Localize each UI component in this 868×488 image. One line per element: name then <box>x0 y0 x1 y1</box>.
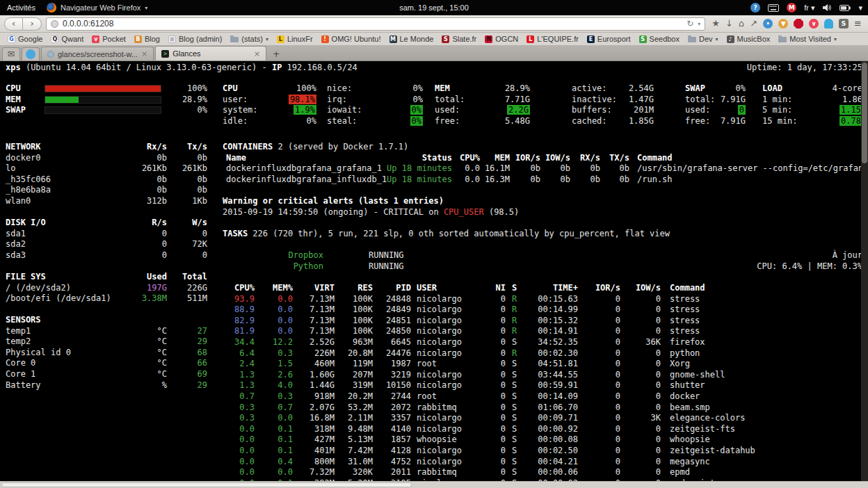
chevron-down-icon[interactable]: ▾ <box>858 3 862 13</box>
text: 82.9 <box>234 316 255 325</box>
process-cell: 2072 <box>376 402 411 414</box>
text: 00:15.63 <box>538 294 578 304</box>
volume-icon[interactable] <box>822 3 832 12</box>
process-cell: S <box>512 370 522 381</box>
help-icon[interactable]: ? <box>750 3 760 13</box>
bookmark-le-monde[interactable]: MLe Monde <box>386 34 437 44</box>
process-cell: 1987 <box>376 359 411 370</box>
bookmark-label: Blog (admin) <box>179 35 222 43</box>
text: 0 <box>501 467 506 477</box>
adblock-icon[interactable] <box>794 19 803 29</box>
process-cell: megasync <box>670 457 868 468</box>
load-stats-cell: 0.78 <box>821 116 862 127</box>
ghostery-icon[interactable] <box>824 19 833 29</box>
screenshot-icon[interactable]: • <box>763 19 773 29</box>
toolbar-icon-strip: ★↓⌂↗•▼∨S≡ <box>709 19 864 29</box>
process-cell: R <box>512 304 522 316</box>
clock[interactable]: sam. 19 sept., 15:00 <box>399 3 469 12</box>
process-cell: 24851 <box>376 316 411 327</box>
container-cell: 16.3M <box>481 174 510 186</box>
site-identity-icon[interactable] <box>51 20 58 28</box>
text-part: 2015-09-19 14:59:50 (ongoing) - CRITICAL… <box>223 207 444 217</box>
text: 2.4 <box>239 359 255 368</box>
bookmark-linuxfr[interactable]: LLinuxFr <box>273 34 316 44</box>
process-cell: 6645 <box>376 337 411 348</box>
text: Dropbox <box>288 250 323 260</box>
process-row: 81.90.07.13M100K24850nicolargo0R00:14.91… <box>0 326 868 337</box>
mega-icon[interactable]: M <box>787 3 796 13</box>
container-cell: dockerinfluxdbgrafana_influxdb_1 <box>226 174 389 186</box>
container-cell: 0b <box>600 174 629 186</box>
containers-title: CONTAINERS 2 (served by Docker 1.7.1) <box>0 142 868 153</box>
bookmark-ogcn[interactable]: NOGCN <box>481 34 522 44</box>
pinned-tab-2[interactable] <box>22 47 40 60</box>
process-cell: beam.smp <box>670 402 868 414</box>
text: 0 <box>616 326 620 336</box>
container-cell: Up 18 minutes <box>385 163 452 174</box>
text: 24476 <box>386 348 411 358</box>
vertical-scrollbar-thumb[interactable] <box>862 63 867 163</box>
text: nicolargo <box>417 294 462 304</box>
home-icon[interactable]: ⌂ <box>739 19 744 29</box>
app-menu[interactable]: Navigateur Web Firefox ▾ <box>47 3 147 13</box>
bookmark-pocket[interactable]: vPocket <box>88 34 129 44</box>
process-cell: 0 <box>623 391 661 402</box>
keyboard-icon[interactable] <box>768 4 779 12</box>
horizontal-scrollbar[interactable] <box>0 481 868 488</box>
text: 0b <box>531 163 540 173</box>
process-row: 2.41.5460M119M1987root0S04:51.8100Xorg <box>0 359 868 370</box>
bookmark-blog[interactable]: BBlog <box>131 34 163 44</box>
pinned-tab-1[interactable]: ✉ <box>2 47 20 60</box>
bookmark-google[interactable]: GGoogle <box>4 34 46 44</box>
text: 00:59.91 <box>538 380 578 390</box>
horizontal-scrollbar-thumb[interactable] <box>1 482 412 487</box>
pocket-icon[interactable]: ∨ <box>809 19 819 29</box>
bookmark-slate-fr[interactable]: SSlate.fr <box>438 34 480 44</box>
text: Xorg <box>670 359 690 368</box>
stylish-icon[interactable]: S <box>839 19 849 29</box>
tab-glances[interactable]: >Glances× <box>155 46 266 60</box>
text: 0 <box>656 348 661 358</box>
activities-button[interactable]: Activités <box>7 3 35 12</box>
bookmark-l-equipe-fr[interactable]: LL'EQUIPE.fr <box>523 34 582 44</box>
tab-glances-screenshot-w[interactable]: glances/screenshot-w...× <box>41 47 154 60</box>
battery-icon[interactable] <box>839 5 851 11</box>
bookmark-seedbox[interactable]: SSeedbox <box>636 34 683 44</box>
back-button[interactable]: ‹ <box>4 17 23 31</box>
bookmark-most-visited[interactable]: Most Visited▾ <box>775 34 840 44</box>
keyboard-layout-indicator[interactable]: fr ▾ <box>804 3 814 13</box>
text: 0 <box>656 391 661 401</box>
bookmark-omg-ubuntu[interactable]: !OMG! Ubuntu! <box>318 34 385 44</box>
process-cell: 24849 <box>376 304 411 316</box>
url-dropdown-icon[interactable]: ▾ <box>698 21 700 27</box>
process-cell: 1.3 <box>223 380 255 391</box>
forward-button[interactable]: › <box>23 17 42 31</box>
tab-close-icon[interactable]: × <box>254 49 260 58</box>
vertical-scrollbar[interactable] <box>861 61 868 481</box>
text: 2.11M <box>348 413 373 423</box>
bookmark-qwant[interactable]: QQwant <box>47 34 87 44</box>
text: 0 <box>616 380 620 390</box>
bookmark-musicbox[interactable]: ♪MusicBox <box>723 34 774 44</box>
video-download-icon[interactable]: ▼ <box>778 19 788 29</box>
process-cell: 0.0 <box>223 467 255 478</box>
bookmark-star-icon[interactable]: ★ <box>712 19 720 29</box>
bookmark-stats[interactable]: (stats)▾ <box>227 34 272 44</box>
new-tab-button[interactable]: + <box>268 47 284 60</box>
bookmark-blog-admin[interactable]: ≡Blog (admin) <box>165 34 225 44</box>
url-bar[interactable]: 0.0.0.0:61208 ↻ ▾ <box>46 17 705 31</box>
downloads-icon[interactable]: ↓ <box>725 19 733 29</box>
bookmark-dev[interactable]: Dev▾ <box>684 34 722 44</box>
text-part: 2 (served by Docker 1.7.1) <box>273 142 408 152</box>
share-icon[interactable]: ↗ <box>750 19 757 29</box>
process-cell: S <box>512 380 522 391</box>
process-cell: S <box>512 434 522 446</box>
bookmark-eurosport[interactable]: EEurosport <box>584 34 634 44</box>
reload-button[interactable]: ↻ <box>686 19 693 29</box>
url-text[interactable]: 0.0.0.0:61208 <box>63 19 682 29</box>
process-cell: 0 <box>478 359 506 370</box>
tab-close-icon[interactable]: × <box>141 49 147 58</box>
text: 00:00.08 <box>538 434 578 444</box>
text: 31.0M <box>348 457 373 466</box>
menu-icon[interactable]: ≡ <box>854 19 862 29</box>
